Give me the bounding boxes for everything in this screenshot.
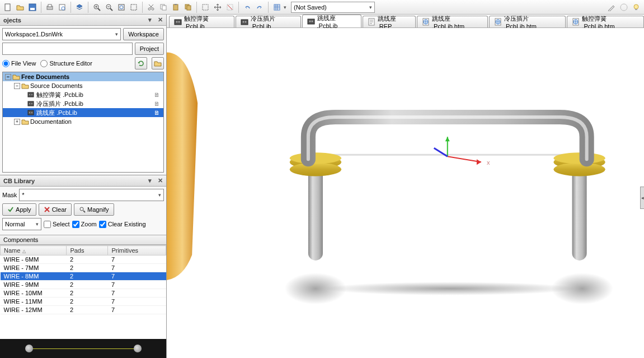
mode-combo[interactable]: Normal ▾: [2, 218, 41, 230]
svg-point-54: [176, 21, 178, 23]
table-row[interactable]: WIRE - 10MM27: [1, 289, 166, 297]
chevron-down-icon: ▾: [115, 31, 118, 37]
bulb-icon[interactable]: [631, 2, 642, 13]
3d-viewport[interactable]: x: [167, 28, 644, 358]
component-preview: [0, 339, 166, 358]
panel-menu-icon[interactable]: ▾: [148, 177, 152, 184]
workspace-value: Workspace1.DsnWrk: [5, 31, 63, 38]
table-row[interactable]: WIRE - 11MM27: [1, 297, 166, 306]
table-row[interactable]: WIRE - 8MM27: [1, 272, 166, 281]
expand-icon[interactable]: +: [14, 119, 20, 125]
cut-icon[interactable]: [145, 2, 157, 13]
panel-menu-icon[interactable]: ▾: [148, 16, 152, 24]
workspace-combo[interactable]: Workspace1.DsnWrk ▾: [2, 28, 121, 40]
svg-rect-24: [175, 4, 177, 5]
tree-source[interactable]: − Source Documents: [3, 81, 163, 90]
svg-rect-27: [203, 4, 208, 10]
folder-icon[interactable]: [152, 57, 164, 69]
folder-icon: [21, 118, 29, 125]
workspace-button[interactable]: Workspace: [123, 28, 164, 40]
print-icon[interactable]: [44, 2, 55, 13]
new-icon[interactable]: [2, 2, 13, 13]
tab--PcbLib[interactable]: 跳线座 .PcbLib: [302, 15, 361, 27]
tree-item[interactable]: 冷压插片 .PcbLib 🗎: [3, 99, 163, 108]
tree-documentation[interactable]: + Documentation: [3, 117, 163, 126]
components-section-header: Components: [0, 235, 166, 245]
file-view-label: File View: [11, 60, 36, 67]
save-icon[interactable]: [27, 2, 38, 13]
panel-collapse-grip[interactable]: ◂: [640, 187, 644, 209]
redo-icon[interactable]: [254, 2, 265, 13]
tree-source-label: Source Documents: [30, 82, 83, 89]
zoom-fit-icon[interactable]: [116, 2, 127, 13]
zoom-region-icon[interactable]: [128, 2, 139, 13]
tab--PcbLib-htm[interactable]: 触控弹簧 .PcbLib.htm: [567, 16, 644, 27]
copy-icon[interactable]: [158, 2, 169, 13]
clear-button[interactable]: Clear: [39, 203, 72, 216]
preview-icon[interactable]: [57, 2, 68, 13]
layers-icon[interactable]: [74, 2, 85, 13]
apply-label: Apply: [16, 206, 31, 213]
info-icon[interactable]: [618, 2, 629, 13]
tree-root[interactable]: − Free Documents: [3, 72, 163, 81]
table-row[interactable]: WIRE - 12MM27: [1, 306, 166, 314]
project-input[interactable]: [2, 43, 133, 55]
tab--PcbLib[interactable]: 触控弹簧 .PcbLib: [169, 16, 234, 27]
zoom-checkbox[interactable]: Zoom: [72, 221, 97, 228]
pcb-file-icon: [27, 109, 35, 116]
magnify-icon: [79, 206, 86, 213]
apply-button[interactable]: Apply: [2, 203, 36, 216]
tree-item[interactable]: 触控弹簧 .PcbLib 🗎: [3, 90, 163, 99]
collapse-icon[interactable]: −: [14, 83, 20, 89]
select-rect-icon[interactable]: [200, 2, 211, 13]
refresh-icon[interactable]: [135, 57, 147, 69]
select-checkbox[interactable]: Select: [44, 221, 70, 228]
mask-combo[interactable]: * ▾: [19, 189, 164, 201]
tab--PcbLib-htm[interactable]: 跳线座 .PcbLib.htm: [417, 16, 488, 27]
tab--REP[interactable]: 跳线座 .REP: [363, 16, 416, 27]
grid-icon[interactable]: [271, 2, 283, 13]
table-row[interactable]: WIRE - 7MM27: [1, 264, 166, 272]
open-icon[interactable]: [15, 2, 26, 13]
tree-item-active[interactable]: 跳线座 .PcbLib 🗎: [3, 108, 163, 117]
move-icon[interactable]: [212, 2, 223, 13]
svg-rect-53: [175, 20, 181, 25]
svg-rect-26: [187, 6, 191, 10]
components-grid[interactable]: Name△ Pads Primitives WIRE - 6MM27WIRE -…: [0, 245, 166, 339]
magnify-button[interactable]: Magnify: [74, 203, 114, 216]
panel-close-icon[interactable]: ✕: [158, 16, 163, 24]
collapse-icon[interactable]: −: [5, 74, 11, 80]
panel-close-icon[interactable]: ✕: [158, 177, 163, 184]
table-row[interactable]: WIRE - 6MM27: [1, 255, 166, 264]
tab--PcbLib[interactable]: 冷压插片 .PcbLib: [236, 16, 301, 27]
svg-rect-0: [5, 4, 10, 11]
svg-point-55: [178, 21, 180, 23]
zoom-out-icon[interactable]: [104, 2, 115, 13]
svg-line-52: [83, 211, 85, 212]
tree-doc-label: Documentation: [30, 118, 72, 125]
project-button[interactable]: Project: [135, 43, 164, 55]
deselect-icon[interactable]: [224, 2, 236, 13]
grid-dropdown-icon[interactable]: ▾: [284, 4, 286, 10]
table-row[interactable]: WIRE - 9MM27: [1, 281, 166, 289]
main-toolbar: ▾ (Not Saved) ▾: [0, 0, 644, 15]
clear-existing-checkbox[interactable]: Clear Existing: [99, 221, 146, 228]
paste-icon[interactable]: [170, 2, 181, 13]
tab--PcbLib-htm[interactable]: 冷压插片 .PcbLib.htm: [489, 16, 566, 27]
file-view-radio[interactable]: File View: [2, 60, 36, 67]
svg-point-57: [242, 21, 244, 23]
projects-tree[interactable]: − Free Documents − Source Documents 触控弹簧…: [2, 72, 164, 173]
pencil-icon[interactable]: [606, 2, 617, 13]
origin-axes: x: [434, 137, 490, 166]
svg-marker-77: [477, 159, 481, 165]
col-primitives[interactable]: Primitives: [108, 246, 166, 255]
col-name[interactable]: Name△: [1, 246, 67, 255]
undo-icon[interactable]: [242, 2, 253, 13]
mode-value: Normal: [5, 221, 25, 227]
duplicate-icon[interactable]: [182, 2, 194, 13]
structure-editor-radio[interactable]: Structure Editor: [40, 60, 92, 67]
filter-combo[interactable]: (Not Saved) ▾: [291, 2, 375, 13]
svg-rect-2: [30, 8, 35, 10]
zoom-in-icon[interactable]: [91, 2, 102, 13]
col-pads[interactable]: Pads: [67, 246, 108, 255]
